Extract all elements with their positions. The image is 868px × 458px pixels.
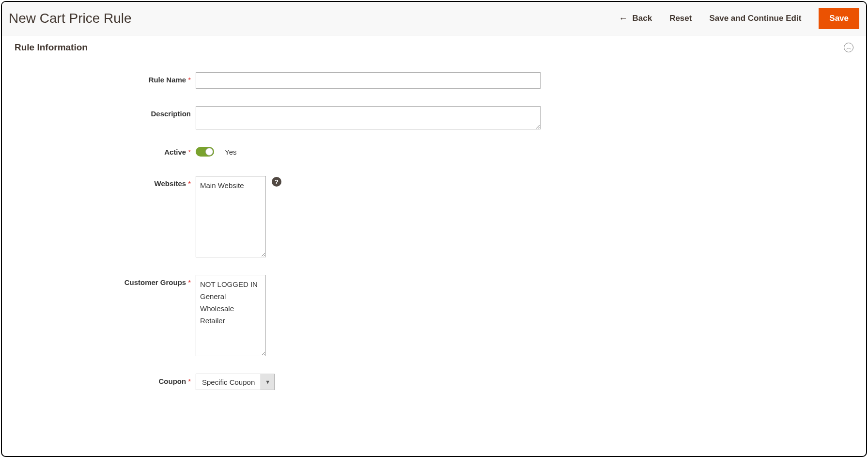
save-continue-button[interactable]: Save and Continue Edit [709,14,801,23]
required-star: * [188,377,191,385]
coupon-row: Coupon* Specific Coupon ▼ [2,374,866,390]
reset-button[interactable]: Reset [669,14,692,23]
customer-groups-label: Customer Groups* [2,275,196,286]
reset-label: Reset [669,14,692,23]
active-value-label: Yes [225,148,236,156]
page-title: New Cart Price Rule [9,11,132,26]
required-star: * [188,148,191,156]
header-bar: New Cart Price Rule ← Back Reset Save an… [2,2,866,35]
customer-groups-option[interactable]: General [200,290,262,302]
customer-groups-option[interactable]: NOT LOGGED IN [200,278,262,290]
required-star: * [188,179,191,188]
required-star: * [188,278,191,286]
save-continue-label: Save and Continue Edit [709,14,801,23]
description-label-text: Description [151,110,191,118]
websites-label-text: Websites [155,179,186,188]
websites-multiselect[interactable]: Main Website [196,176,266,257]
coupon-select[interactable]: Specific Coupon ▼ [196,374,275,390]
websites-row: Websites* Main Website ? [2,176,866,257]
active-label: Active* [2,148,196,156]
description-row: Description [2,106,866,129]
header-actions: ← Back Reset Save and Continue Edit Save [619,8,859,29]
customer-groups-multiselect[interactable]: NOT LOGGED IN General Wholesale Retailer [196,275,266,356]
section-title: Rule Information [15,42,88,53]
required-star: * [188,76,191,84]
customer-groups-option[interactable]: Wholesale [200,302,262,315]
help-icon[interactable]: ? [272,177,281,187]
chevron-up-icon[interactable]: ︿ [844,43,853,52]
rule-name-row: Rule Name* [2,72,866,89]
save-button[interactable]: Save [819,8,859,29]
section-header[interactable]: Rule Information ︿ [2,35,866,58]
active-label-text: Active [164,148,186,156]
description-label: Description [2,106,196,118]
description-input[interactable] [196,106,541,129]
customer-groups-option[interactable]: Retailer [200,315,262,327]
rule-name-input[interactable] [196,72,541,89]
chevron-down-icon: ▼ [261,374,274,390]
websites-option[interactable]: Main Website [200,179,262,191]
active-toggle[interactable] [196,147,214,157]
coupon-label-text: Coupon [159,377,186,385]
customer-groups-row: Customer Groups* NOT LOGGED IN General W… [2,275,866,356]
customer-groups-label-text: Customer Groups [124,278,186,286]
coupon-selected: Specific Coupon [196,374,261,390]
coupon-label: Coupon* [2,374,196,385]
toggle-knob [205,148,213,156]
rule-name-label: Rule Name* [2,72,196,84]
form-body: Rule Name* Description Active* Yes [2,58,866,456]
back-button[interactable]: ← Back [619,14,652,24]
save-label: Save [829,14,849,23]
back-arrow-icon: ← [619,14,627,24]
active-row: Active* Yes [2,147,866,157]
rule-name-label-text: Rule Name [149,76,186,84]
back-label: Back [632,14,652,23]
websites-label: Websites* [2,176,196,188]
